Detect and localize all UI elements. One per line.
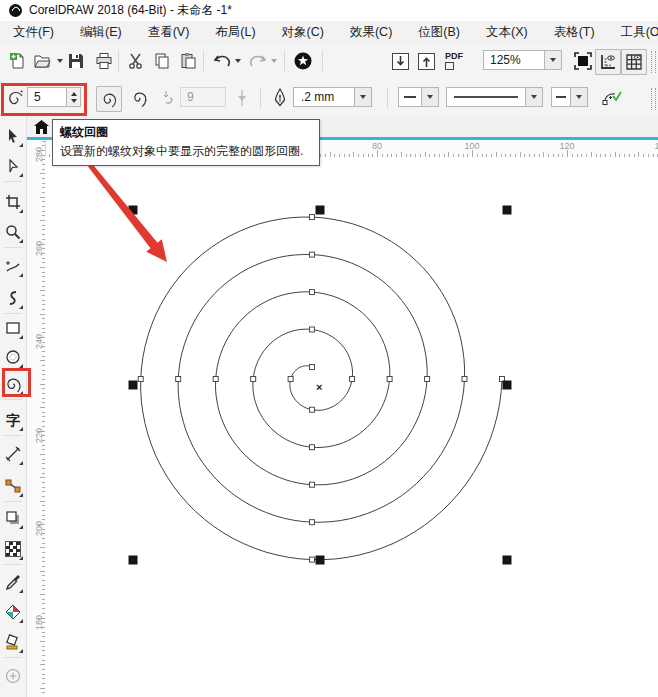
menu-item-9[interactable]: 表格(T) [541,21,608,43]
spiral-expansion-input[interactable]: 9 [180,87,226,107]
curve-node[interactable] [288,377,293,382]
menu-item-4[interactable]: 布局(L) [202,21,268,43]
spiral-revolutions-stepper[interactable] [67,87,81,107]
pick-tool-icon [5,128,21,144]
snap-settings-button[interactable] [600,86,624,110]
zoom-level-dropdown[interactable] [545,50,562,70]
open-button[interactable] [30,49,54,73]
menu-item-8[interactable]: 文本(X) [473,21,541,43]
selection-handle[interactable] [316,206,325,215]
crop-tool[interactable] [2,190,24,214]
selection-handle[interactable] [503,206,512,215]
show-rulers-button[interactable] [595,49,621,75]
cut-button[interactable] [124,49,148,73]
flyout-indicator [19,461,23,465]
spiral-revolutions-value: 5 [34,90,41,104]
selection-handle[interactable] [316,556,325,565]
transparency-tool[interactable] [2,537,24,561]
publish-pdf-button[interactable]: PDF [440,49,468,73]
add-tools-button[interactable] [2,664,24,688]
curve-node[interactable] [310,482,315,487]
line-style-dropdown[interactable] [526,87,543,107]
selection-center-mark[interactable]: × [316,381,322,393]
curve-node[interactable] [310,215,315,220]
toolbar-separator [284,51,285,71]
zoom-tool[interactable] [2,220,24,244]
new-document-button[interactable] [6,49,30,73]
show-grid-button[interactable] [621,49,647,75]
menu-item-10[interactable]: 工具(O) [608,21,658,43]
line-style-selector[interactable] [446,87,526,107]
search-content-button[interactable] [291,49,315,73]
spiral-revolutions-input[interactable]: 5 [27,87,67,107]
ruler-label: 260 [34,241,44,256]
color-eyedropper-tool[interactable] [2,570,24,594]
import-button[interactable] [388,49,412,73]
menu-item-5[interactable]: 对象(C) [269,21,337,43]
connector-tool[interactable] [2,474,24,498]
drawing-canvas[interactable]: × [45,157,658,697]
end-arrowhead-selector[interactable] [551,87,571,107]
start-arrowhead-selector[interactable] [398,87,422,107]
menu-item-1[interactable]: 文件(F) [0,21,67,43]
selection-handle[interactable] [503,556,512,565]
end-arrowhead-dropdown[interactable] [571,87,588,107]
menu-item-3[interactable]: 查看(V) [135,21,203,43]
curve-node[interactable] [213,377,218,382]
curve-node[interactable] [310,407,315,412]
fullscreen-preview-button[interactable] [571,49,595,73]
selection-handle[interactable] [503,381,512,390]
welcome-screen-tab[interactable] [30,118,52,136]
menu-item-2[interactable]: 编辑(E) [67,21,135,43]
symmetric-spiral-button[interactable] [96,86,122,112]
drop-shadow-tool[interactable] [2,506,24,530]
outline-width-dropdown[interactable] [355,87,372,107]
interactive-fill-tool[interactable] [2,600,24,624]
propbar-grip[interactable] [651,88,656,110]
curve-node[interactable] [138,377,143,382]
spiral-tool[interactable] [2,372,24,396]
menu-item-6[interactable]: 效果(C) [337,21,405,43]
curve-node[interactable] [350,377,355,382]
curve-node[interactable] [462,377,467,382]
start-arrowhead-dropdown[interactable] [422,87,439,107]
curve-node[interactable] [310,252,315,257]
copy-button[interactable] [150,49,174,73]
curve-node[interactable] [310,445,315,450]
curve-node[interactable] [310,290,315,295]
curve-node[interactable] [251,377,256,382]
freehand-tool[interactable] [2,254,24,278]
save-button[interactable] [64,49,88,73]
toolbar-grip[interactable] [651,51,656,73]
undo-dropdown[interactable] [231,49,244,73]
outline-width-combo[interactable]: .2 mm [293,87,355,107]
rectangle-tool[interactable] [2,316,24,340]
curve-node[interactable] [310,327,315,332]
curve-node[interactable] [310,365,315,370]
export-button[interactable] [414,49,438,73]
curve-node[interactable] [310,557,315,562]
menu-item-7[interactable]: 位图(B) [405,21,473,43]
shape-tool[interactable] [2,154,24,178]
vertical-ruler[interactable]: 280260240220200180 [26,140,46,697]
zoom-level-combo[interactable]: 125% [483,50,545,70]
curve-node[interactable] [310,520,315,525]
logarithmic-spiral-button[interactable] [126,86,150,110]
artistic-media-tool[interactable] [2,286,24,310]
smart-fill-tool[interactable] [2,630,24,654]
curve-node[interactable] [176,377,181,382]
spiral-expansion-slider[interactable] [230,86,254,110]
curve-node[interactable] [387,377,392,382]
rectangle-tool-icon [5,320,21,336]
selection-handle[interactable] [129,556,138,565]
dimension-tool[interactable] [2,442,24,466]
curve-node[interactable] [425,377,430,382]
paste-button[interactable] [176,49,200,73]
ellipse-tool[interactable] [2,345,24,369]
print-button[interactable] [92,49,116,73]
toolbar-separator [203,51,204,71]
pick-tool[interactable] [2,124,24,148]
selection-handle[interactable] [129,381,138,390]
text-tool[interactable]: 字 [2,408,24,432]
redo-dropdown[interactable] [267,49,280,73]
